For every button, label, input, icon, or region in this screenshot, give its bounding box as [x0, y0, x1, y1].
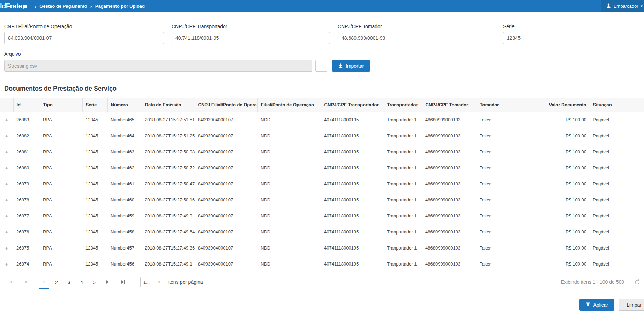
cell-cnpj-cpf-tomador: 48680999000193 [422, 192, 477, 208]
cell-valor-documento: R$ 100,00 [531, 128, 590, 144]
cell-transportador: Tranportador 1 [384, 208, 422, 224]
cell-filial-ponto-operacao: NDD [257, 176, 321, 192]
table-row: +26881RPA12345Number4632018-08-27T15:27:… [0, 144, 644, 160]
cell-tomador: Taker [477, 192, 531, 208]
column-header-transportador[interactable]: Transportador [384, 98, 422, 112]
cell-situacao: Pagável [590, 208, 644, 224]
breadcrumb-item-upload[interactable]: Pagamento por Upload [95, 3, 145, 9]
pager-page-2[interactable]: 2 [51, 277, 62, 289]
field-cnpj-filial: CNPJ Filial/Ponto de Operação [4, 24, 164, 44]
cell-id: 26878 [13, 192, 40, 208]
column-header-id[interactable]: Id [13, 98, 40, 112]
file-name-input [4, 60, 312, 72]
cell-situacao: Pagável [590, 192, 644, 208]
cell-valor-documento: R$ 100,00 [531, 256, 590, 272]
cell-filial-ponto-operacao: NDD [257, 240, 321, 256]
column-header-data-emissao[interactable]: Data de Emissão↓ [142, 98, 195, 112]
cell-tipo: RPA [40, 192, 82, 208]
cnpj-transportador-input[interactable] [172, 32, 330, 44]
cell-cnpj-cpf-transportador: 40741118000195 [321, 128, 384, 144]
cell-serie: 12345 [82, 128, 107, 144]
grid-header-row: Id Tipo Série Número Data de Emissão↓ CN… [0, 98, 644, 112]
cell-tipo: RPA [40, 176, 82, 192]
user-menu[interactable]: Embarcador ▾ [601, 0, 644, 12]
cnpj-filial-input[interactable] [4, 32, 164, 44]
serie-input[interactable] [503, 32, 644, 44]
pager-last-icon[interactable] [119, 278, 126, 285]
cell-tipo: RPA [40, 240, 82, 256]
column-header-situacao[interactable]: Situação [590, 98, 644, 112]
cell-transportador: Tranportador 1 [384, 160, 422, 176]
browse-button[interactable]: ... [315, 60, 327, 72]
clear-button[interactable]: Limpar [619, 299, 644, 311]
row-expand-plus-icon[interactable]: + [0, 240, 13, 256]
column-header-tipo[interactable]: Tipo [40, 98, 82, 112]
column-header-cnpj-transportador[interactable]: CNPJ/CPF Transportador [321, 98, 384, 112]
pager-first-icon[interactable] [7, 278, 14, 285]
cell-filial-ponto-operacao: NDD [257, 112, 321, 128]
row-expand-plus-icon[interactable]: + [0, 144, 13, 160]
import-button[interactable]: Importar [332, 60, 370, 72]
pager-pages: 12345 [38, 275, 100, 289]
cell-tipo: RPA [40, 208, 82, 224]
cell-filial-ponto-operacao: NDD [257, 256, 321, 272]
cell-tomador: Taker [477, 144, 531, 160]
cnpj-tomador-input[interactable] [338, 32, 495, 44]
row-expand-plus-icon[interactable]: + [0, 128, 13, 144]
row-expand-plus-icon[interactable]: + [0, 176, 13, 192]
cell-tomador: Taker [477, 176, 531, 192]
column-header-filial[interactable]: Filial/Ponto de Operação [257, 98, 321, 112]
row-expand-plus-icon[interactable]: + [0, 192, 13, 208]
cell-situacao: Pagável [590, 256, 644, 272]
cell-cnpj-cpf-tomador: 48680999000193 [422, 176, 477, 192]
cell-cnpj-cpf-tomador: 48680999000193 [422, 256, 477, 272]
pager-page-5[interactable]: 5 [89, 277, 99, 289]
page-size-dropdown[interactable]: 1... ▾ [140, 277, 163, 287]
pager-page-3[interactable]: 3 [64, 277, 74, 289]
row-expand-plus-icon[interactable]: + [0, 256, 13, 272]
cell-tipo: RPA [40, 256, 82, 272]
column-header-serie[interactable]: Série [82, 98, 107, 112]
cell-transportador: Tranportador 1 [384, 176, 422, 192]
cell-numero: Number458 [107, 224, 142, 240]
cell-transportador: Tranportador 1 [384, 240, 422, 256]
pager-prev-icon[interactable] [22, 278, 29, 285]
column-header-numero[interactable]: Número [107, 98, 142, 112]
cell-transportador: Tranportador 1 [384, 224, 422, 240]
pager-page-4[interactable]: 4 [76, 277, 87, 289]
cell-valor-documento: R$ 100,00 [531, 176, 590, 192]
cell-cnpj-filial-ponto-operacao: 84093904000107 [195, 256, 257, 272]
row-expand-plus-icon[interactable]: + [0, 208, 13, 224]
field-serie: Série [503, 24, 644, 44]
cell-numero: Number465 [107, 112, 142, 128]
row-expand-plus-icon[interactable]: + [0, 112, 13, 128]
breadcrumb-item-gestao[interactable]: Gestão de Pagamento [39, 3, 87, 9]
apply-button[interactable]: Aplicar [579, 299, 614, 311]
table-row: +26879RPA12345Number4612018-08-27T15:27:… [0, 176, 644, 192]
column-header-cnpj-tomador[interactable]: CNPJ/CPF Tomador [422, 98, 477, 112]
pager-page-1[interactable]: 1 [39, 277, 49, 289]
cell-numero: Number461 [107, 176, 142, 192]
cell-id: 26877 [13, 208, 40, 224]
documents-grid: Id Tipo Série Número Data de Emissão↓ CN… [0, 98, 644, 272]
row-expand-plus-icon[interactable]: + [0, 160, 13, 176]
file-upload-section: Arquivo ... Importar [0, 44, 644, 72]
row-expand-plus-icon[interactable]: + [0, 224, 13, 240]
cell-valor-documento: R$ 100,00 [531, 144, 590, 160]
cell-tipo: RPA [40, 160, 82, 176]
column-header-valor[interactable]: Valor Documento [531, 98, 590, 112]
cell-cnpj-cpf-transportador: 40741118000195 [321, 208, 384, 224]
table-row: +26880RPA12345Number4622018-08-27T15:27:… [0, 160, 644, 176]
column-header-cnpj-filial[interactable]: CNPJ Filial/Ponto de Operaç... [195, 98, 257, 112]
column-header-tomador[interactable]: Tomador [477, 98, 531, 112]
cell-cnpj-filial-ponto-operacao: 84093904000107 [195, 192, 257, 208]
app-logo[interactable]: ldFrete [0, 1, 27, 12]
refresh-icon[interactable] [634, 279, 641, 285]
cell-cnpj-cpf-transportador: 40741118000195 [321, 240, 384, 256]
pager: 12345 1... ▾ itens por página Exibindo i… [0, 272, 644, 292]
cell-filial-ponto-operacao: NDD [257, 128, 321, 144]
pager-next-icon[interactable] [104, 278, 111, 285]
cell-id: 26876 [13, 224, 40, 240]
field-label: CNPJ Filial/Ponto de Operação [4, 24, 164, 29]
cell-cnpj-cpf-tomador: 48680999000193 [422, 208, 477, 224]
